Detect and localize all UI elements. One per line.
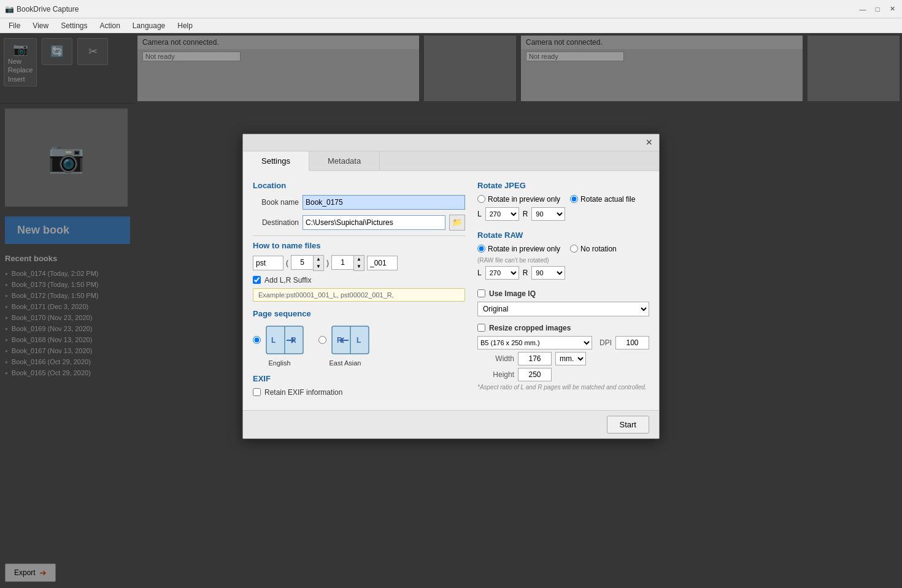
height-row: Height [477,368,649,381]
dialog-right: Rotate JPEG Rotate in preview only Rotat… [477,181,649,400]
stepper-up[interactable]: ▲ [314,256,323,263]
dialog-tabs: Settings Metadata [243,151,659,171]
svg-text:L: L [271,336,276,345]
add-lr-label: Add L,R Suffix [264,276,312,284]
file-naming-header: How to name files [253,241,465,250]
raw-preview-label: Rotate in preview only [488,245,560,253]
menu-file[interactable]: File [2,20,26,31]
jpeg-preview-label: Rotate in preview only [488,195,560,204]
file-naming-row: ( ▲ ▼ ) ▲ [253,255,465,271]
maximize-button[interactable]: □ [873,4,882,14]
minimize-button[interactable]: — [858,4,868,14]
modal-backdrop: ✕ Settings Metadata Location Book name D… [0,33,902,588]
retain-exif-checkbox[interactable] [253,388,261,396]
east-asian-radio[interactable] [318,336,326,344]
destination-input[interactable] [303,215,445,230]
retain-exif-label: Retain EXIF information [264,388,342,397]
tab-metadata[interactable]: Metadata [309,151,380,170]
jpeg-preview-radio[interactable] [477,195,485,203]
width-label: Width [477,354,514,363]
page-sequence-header: Page sequence [253,309,465,318]
folder-icon: 📁 [452,218,462,227]
book-name-input[interactable] [303,195,465,210]
raw-no-radio[interactable] [570,245,578,253]
english-radio[interactable] [253,336,261,344]
suffix-input[interactable] [367,256,398,270]
rotate-jpeg-actual-option: Rotate actual file [570,195,635,204]
raw-note: (RAW file can't be rotated) [477,257,649,264]
location-section: Location Book name Destination 📁 [253,181,465,231]
raw-preview-radio[interactable] [477,245,485,253]
paper-size-row: B5 (176 x 250 mm.) A4 (210 x 297 mm.) Le… [477,336,649,349]
raw-left-label: L [477,269,482,277]
resize-label: Resize cropped images [489,324,571,332]
width-row: Width mm. inch [477,352,649,365]
dialog-content: Location Book name Destination 📁 [243,171,659,410]
page-sequence-options: L R English [253,323,465,367]
close-button[interactable]: ✕ [887,4,897,14]
dialog-close-button[interactable]: ✕ [643,136,655,148]
dialog-left: Location Book name Destination 📁 [253,181,465,400]
number1-input[interactable] [291,255,313,270]
dialog-titlebar: ✕ [243,134,659,151]
english-book-icon: L R [263,323,306,357]
jpeg-right-degree[interactable]: 90180270 [531,207,565,221]
stepper2-controls[interactable]: ▲ ▼ [353,255,364,271]
menu-settings[interactable]: Settings [55,20,93,31]
number2-input[interactable] [331,255,353,270]
paper-size-select[interactable]: B5 (176 x 250 mm.) A4 (210 x 297 mm.) Le… [477,336,592,349]
rotate-raw-preview-option: Rotate in preview only [477,245,560,253]
resize-checkbox-row: Resize cropped images [477,324,649,332]
rotate-jpeg-preview-option: Rotate in preview only [477,195,560,204]
jpeg-left-degree[interactable]: 27090180 [485,207,519,221]
prefix-input[interactable] [253,256,283,270]
rotate-raw-options: Rotate in preview only No rotation [477,245,649,253]
add-lr-checkbox[interactable] [253,276,261,284]
east-asian-book-icon: R L [329,323,372,357]
stepper-down[interactable]: ▼ [314,263,323,270]
exif-header: EXIF [253,374,465,383]
height-input[interactable] [518,368,552,381]
menu-language[interactable]: Language [126,20,171,31]
open-paren: ( [286,259,288,267]
raw-degree-row: L 27090180 R 90180270 [477,266,649,280]
titlebar: 📷 BookDrive Capture — □ ✕ [0,0,902,18]
start-button[interactable]: Start [607,416,649,433]
stepper-controls[interactable]: ▲ ▼ [313,255,324,271]
rotate-raw-section: Rotate RAW Rotate in preview only No rot… [477,231,649,280]
english-label: English [268,359,290,367]
image-iq-select[interactable]: Original Enhanced [477,302,649,316]
destination-label: Destination [253,218,299,227]
width-input[interactable] [518,352,552,365]
dpi-input[interactable] [615,336,649,349]
resize-section: Resize cropped images B5 (176 x 250 mm.)… [477,324,649,391]
image-iq-label: Use Image IQ [489,289,536,298]
page-seq-english: L R English [253,323,306,367]
jpeg-left-label: L [477,210,482,218]
tab-settings[interactable]: Settings [243,151,309,171]
number1-stepper[interactable]: ▲ ▼ [291,255,324,271]
resize-checkbox[interactable] [477,324,485,332]
number2-stepper[interactable]: ▲ ▼ [331,255,364,271]
rotate-jpeg-options: Rotate in preview only Rotate actual fil… [477,195,649,204]
jpeg-actual-radio[interactable] [570,195,578,203]
unit-select[interactable]: mm. inch [555,352,586,365]
raw-left-degree[interactable]: 27090180 [485,266,519,280]
app-icon: 📷 [5,5,14,13]
menu-action[interactable]: Action [94,20,126,31]
rotate-jpeg-section: Rotate JPEG Rotate in preview only Rotat… [477,181,649,221]
rotate-raw-header: Rotate RAW [477,231,649,240]
stepper2-down[interactable]: ▼ [354,263,364,270]
menu-help[interactable]: Help [171,20,199,31]
menu-view[interactable]: View [26,20,55,31]
image-iq-checkbox[interactable] [477,289,485,297]
location-header: Location [253,181,465,190]
stepper2-up[interactable]: ▲ [354,256,364,263]
menubar: File View Settings Action Language Help [0,18,902,33]
browse-folder-button[interactable]: 📁 [449,215,465,231]
raw-right-degree[interactable]: 90180270 [531,266,565,280]
jpeg-degree-row-left: L 27090180 R 90180270 [477,207,649,221]
rotate-jpeg-header: Rotate JPEG [477,181,649,190]
east-asian-label: East Asian [330,359,361,367]
close-paren: ) [326,259,329,267]
